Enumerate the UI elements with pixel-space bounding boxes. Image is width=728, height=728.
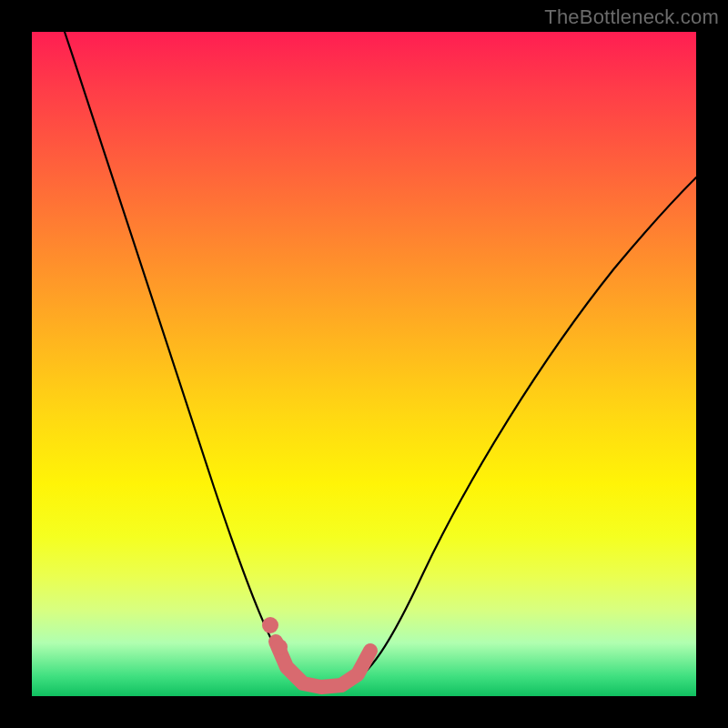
overlay-dot-2 <box>271 639 288 655</box>
curve-svg <box>32 32 696 696</box>
bottleneck-curve <box>65 32 696 687</box>
optimal-range-overlay <box>276 642 370 687</box>
plot-area <box>32 32 696 696</box>
overlay-dot-1 <box>262 617 278 633</box>
chart-frame: TheBottleneck.com <box>0 0 728 728</box>
watermark: TheBottleneck.com <box>544 5 719 29</box>
